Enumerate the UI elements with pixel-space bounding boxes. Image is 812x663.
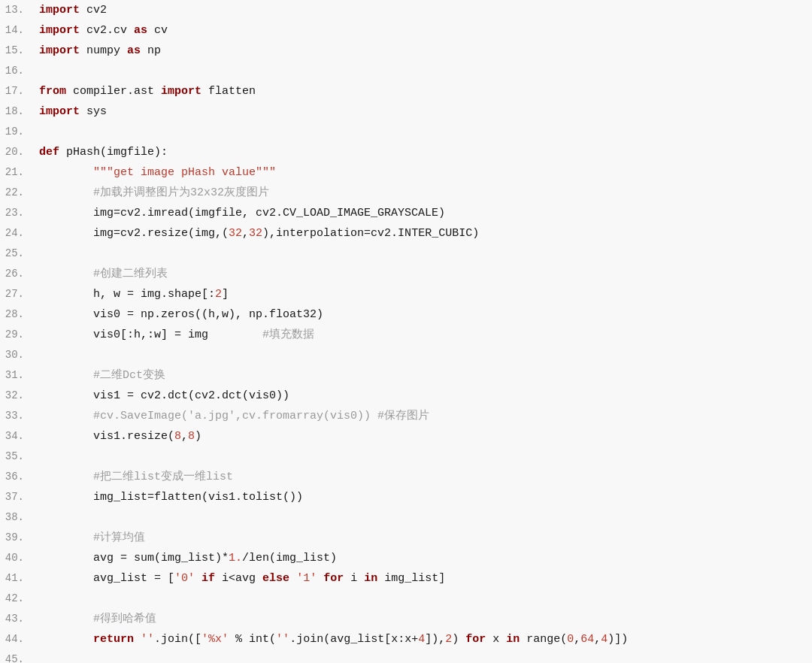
line-content: #加载并调整图片为32x32灰度图片 (36, 183, 812, 203)
line-number: 17. (0, 81, 36, 101)
line-content: vis1 = cv2.dct(cv2.dct(vis0)) (36, 386, 812, 406)
line-number: 26. (0, 264, 36, 284)
code-editor: 13.import cv214.import cv2.cv as cv15.im… (0, 0, 812, 663)
code-line: 20.def pHash(imgfile): (0, 142, 812, 162)
code-line: 37. img_list=flatten(vis1.tolist()) (0, 487, 812, 507)
line-number: 28. (0, 304, 36, 325)
code-line: 30. (0, 345, 812, 365)
code-line: 13.import cv2 (0, 0, 812, 20)
line-content: #cv.SaveImage('a.jpg',cv.fromarray(vis0)… (36, 406, 812, 426)
code-line: 35. (0, 447, 812, 467)
line-number: 16. (0, 61, 36, 81)
code-line: 15.import numpy as np (0, 41, 812, 61)
line-number: 34. (0, 426, 36, 447)
code-line: 22. #加载并调整图片为32x32灰度图片 (0, 183, 812, 203)
line-number: 31. (0, 365, 36, 386)
code-line: 28. vis0 = np.zeros((h,w), np.float32) (0, 304, 812, 325)
line-content: import numpy as np (36, 41, 812, 61)
code-line: 17.from compiler.ast import flatten (0, 81, 812, 101)
line-content: from compiler.ast import flatten (36, 81, 812, 101)
line-number: 45. (0, 649, 36, 663)
code-line: 34. vis1.resize(8,8) (0, 426, 812, 447)
code-line: 18.import sys (0, 101, 812, 122)
line-number: 37. (0, 487, 36, 507)
code-line: 14.import cv2.cv as cv (0, 20, 812, 41)
code-line: 24. img=cv2.resize(img,(32,32),interpola… (0, 223, 812, 244)
line-number: 22. (0, 183, 36, 203)
code-line: 23. img=cv2.imread(imgfile, cv2.CV_LOAD_… (0, 203, 812, 223)
code-line: 29. vis0[:h,:w] = img #填充数据 (0, 325, 812, 345)
line-content: return ''.join(['%x' % int(''.join(avg_l… (36, 629, 812, 649)
code-line: 36. #把二维list变成一维list (0, 467, 812, 487)
code-line: 32. vis1 = cv2.dct(cv2.dct(vis0)) (0, 386, 812, 406)
line-number: 14. (0, 20, 36, 41)
line-content: import cv2 (36, 0, 812, 20)
line-number: 38. (0, 507, 36, 528)
line-content: """get image pHash value""" (36, 162, 812, 183)
line-number: 41. (0, 568, 36, 589)
code-line: 21. """get image pHash value""" (0, 162, 812, 183)
line-content: img=cv2.imread(imgfile, cv2.CV_LOAD_IMAG… (36, 203, 812, 223)
code-line: 44. return ''.join(['%x' % int(''.join(a… (0, 629, 812, 649)
line-number: 39. (0, 528, 36, 548)
line-number: 13. (0, 0, 36, 20)
line-number: 18. (0, 101, 36, 122)
line-content: def pHash(imgfile): (36, 142, 812, 162)
code-line: 27. h, w = img.shape[:2] (0, 284, 812, 304)
line-number: 29. (0, 325, 36, 345)
line-number: 24. (0, 223, 36, 244)
line-number: 20. (0, 142, 36, 162)
line-number: 23. (0, 203, 36, 223)
line-number: 43. (0, 609, 36, 629)
code-line: 40. avg = sum(img_list)*1./len(img_list) (0, 548, 812, 568)
line-number: 21. (0, 162, 36, 183)
code-line: 33. #cv.SaveImage('a.jpg',cv.fromarray(v… (0, 406, 812, 426)
code-line: 42. (0, 589, 812, 609)
code-line: 31. #二维Dct变换 (0, 365, 812, 386)
code-line: 26. #创建二维列表 (0, 264, 812, 284)
line-content: #把二维list变成一维list (36, 467, 812, 487)
code-line: 43. #得到哈希值 (0, 609, 812, 629)
code-line: 39. #计算均值 (0, 528, 812, 548)
code-line: 38. (0, 507, 812, 528)
line-number: 15. (0, 41, 36, 61)
line-number: 44. (0, 629, 36, 649)
line-number: 25. (0, 244, 36, 264)
line-number: 42. (0, 589, 36, 609)
line-number: 40. (0, 548, 36, 568)
line-content: #得到哈希值 (36, 609, 812, 629)
code-line: 41. avg_list = ['0' if i<avg else '1' fo… (0, 568, 812, 589)
code-line: 25. (0, 244, 812, 264)
line-content: #创建二维列表 (36, 264, 812, 284)
line-number: 30. (0, 345, 36, 365)
code-line: 45. (0, 649, 812, 663)
line-content: import cv2.cv as cv (36, 20, 812, 41)
line-number: 19. (0, 122, 36, 142)
line-content: import sys (36, 101, 812, 122)
line-number: 33. (0, 406, 36, 426)
line-content: h, w = img.shape[:2] (36, 284, 812, 304)
line-number: 27. (0, 284, 36, 304)
line-content: avg = sum(img_list)*1./len(img_list) (36, 548, 812, 568)
code-line: 19. (0, 122, 812, 142)
line-content: vis0[:h,:w] = img #填充数据 (36, 325, 812, 345)
line-content: #计算均值 (36, 528, 812, 548)
code-line: 16. (0, 61, 812, 81)
line-content: img_list=flatten(vis1.tolist()) (36, 487, 812, 507)
line-content: vis0 = np.zeros((h,w), np.float32) (36, 304, 812, 325)
line-content: vis1.resize(8,8) (36, 426, 812, 447)
line-number: 36. (0, 467, 36, 487)
line-number: 35. (0, 447, 36, 467)
line-content: img=cv2.resize(img,(32,32),interpolation… (36, 223, 812, 244)
line-number: 32. (0, 386, 36, 406)
line-content: #二维Dct变换 (36, 365, 812, 386)
line-content: avg_list = ['0' if i<avg else '1' for i … (36, 568, 812, 589)
